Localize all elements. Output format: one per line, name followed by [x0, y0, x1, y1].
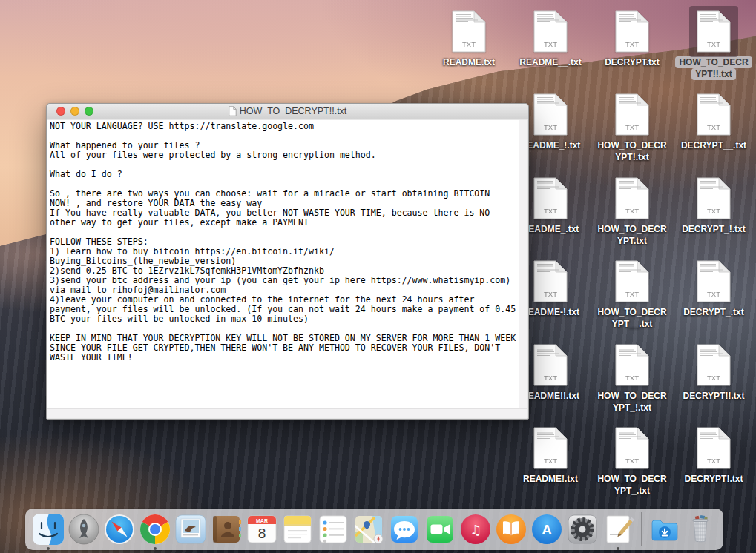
- dock-trash[interactable]: [684, 513, 717, 546]
- txt-file-icon: TXT: [533, 427, 568, 469]
- txt-file-icon: TXT: [697, 177, 731, 219]
- svg-text:TXT: TXT: [544, 207, 557, 215]
- dock-calendar[interactable]: MAR 8: [246, 513, 278, 546]
- txt-file-icon: TXT: [615, 177, 649, 219]
- desktop-file-how-to-decrypt-txt[interactable]: TXT HOW_TO_DECRYPT_.txt: [594, 427, 671, 497]
- window-titlebar[interactable]: HOW_TO_DECRYPT!!.txt: [47, 104, 528, 119]
- txt-file-icon: TXT: [697, 10, 731, 53]
- facetime-icon: [424, 513, 456, 546]
- desktop-file-readme-txt[interactable]: TXT README!.txt: [512, 427, 589, 485]
- running-indicator: [154, 547, 157, 550]
- dock-chrome[interactable]: [139, 513, 171, 546]
- dock-ibooks[interactable]: [495, 513, 527, 546]
- dock-mail[interactable]: [174, 513, 207, 546]
- svg-text:TXT: TXT: [544, 40, 557, 48]
- file-label: DECRYPT__.txt: [681, 139, 746, 151]
- svg-text:TXT: TXT: [707, 290, 720, 298]
- file-label: HOW_TO_DECRYPT_!.txt: [597, 390, 666, 414]
- svg-text:♫: ♫: [470, 522, 481, 537]
- svg-text:8: 8: [258, 526, 266, 541]
- dock-launchpad[interactable]: [68, 513, 100, 546]
- dock-finder[interactable]: [32, 513, 65, 546]
- dock-maps[interactable]: [352, 513, 385, 546]
- dock-reminders[interactable]: [317, 513, 349, 546]
- document-icon: [229, 106, 237, 116]
- svg-text:TXT: TXT: [707, 374, 720, 382]
- maps-icon: [352, 513, 385, 546]
- svg-text:TXT: TXT: [625, 207, 639, 215]
- file-label: README__.txt: [519, 56, 581, 68]
- txt-file-icon: TXT: [533, 10, 568, 53]
- txt-file-icon: TXT: [697, 260, 731, 302]
- desktop-file-how-to-decrypt-txt[interactable]: TXT HOW_TO_DECRYPT.txt: [594, 177, 671, 247]
- dock-itunes[interactable]: ♫: [459, 513, 492, 546]
- dock-contacts[interactable]: [210, 513, 243, 546]
- text-content-area[interactable]: NOT YOUR LANGUAGE? USE https://translate…: [47, 120, 520, 409]
- maximize-button[interactable]: [85, 107, 93, 116]
- ibooks-icon: [495, 513, 527, 546]
- desktop-file-how-to-decrypt-txt[interactable]: TXT HOW_TO_DECRYPT_!.txt: [594, 344, 671, 414]
- desktop-file-decrypt-txt[interactable]: TXT DECRYPT__.txt: [675, 93, 752, 151]
- launchpad-icon: [68, 513, 100, 546]
- downloads-icon: [648, 513, 681, 546]
- desktop-file-decrypt-txt[interactable]: TXT DECRYPT!!.txt: [675, 344, 752, 402]
- dock-system-preferences[interactable]: [566, 513, 599, 546]
- reminders-icon: [317, 513, 349, 546]
- running-indicator: [47, 547, 50, 550]
- dock-messages[interactable]: [388, 513, 421, 546]
- txt-file-icon: TXT: [697, 93, 731, 136]
- dock-facetime[interactable]: [424, 513, 456, 546]
- file-label: DECRYPT_.txt: [683, 306, 744, 318]
- file-label: HOW_TO_DECRYPT!.txt: [597, 139, 666, 163]
- file-label: HOW_TO_DECRYPT!!.txt: [675, 56, 752, 80]
- window-title-group: HOW_TO_DECRYPT!!.txt: [229, 106, 347, 116]
- desktop-file-decrypt-txt[interactable]: TXT DECRYPT!.txt: [675, 427, 752, 485]
- svg-text:TXT: TXT: [544, 374, 557, 382]
- appstore-icon: A: [530, 513, 563, 546]
- trash-icon: [684, 513, 717, 546]
- txt-file-icon: TXT: [533, 344, 568, 386]
- traffic-lights: [56, 107, 93, 116]
- desktop-file-decrypt-txt[interactable]: TXT DECRYPT.txt: [594, 10, 671, 68]
- svg-text:TXT: TXT: [707, 123, 720, 131]
- desktop-file-readme-txt[interactable]: TXT README__.txt: [512, 10, 589, 68]
- file-label: HOW_TO_DECRYPT.txt: [597, 223, 666, 247]
- svg-text:TXT: TXT: [707, 207, 720, 215]
- txt-file-icon: TXT: [533, 260, 568, 302]
- txt-file-icon: TXT: [615, 427, 649, 469]
- desktop-file-how-to-decrypt-txt[interactable]: TXT HOW_TO_DECRYPT!!.txt: [675, 10, 752, 80]
- file-label: DECRYPT!!.txt: [683, 390, 745, 402]
- file-label: README-!.txt: [522, 306, 579, 318]
- messages-icon: [388, 513, 421, 546]
- dock-appstore[interactable]: A: [530, 513, 563, 546]
- txt-file-icon: TXT: [533, 177, 568, 219]
- close-button[interactable]: [56, 107, 65, 116]
- text-caret: [50, 122, 50, 130]
- dock-notes[interactable]: [281, 513, 314, 546]
- textedit-window: HOW_TO_DECRYPT!!.txt NOT YOUR LANGUAGE? …: [46, 103, 529, 420]
- minimize-button[interactable]: [70, 107, 79, 116]
- desktop-file-readme-txt[interactable]: TXT README.txt: [430, 10, 507, 68]
- vertical-scrollbar-track[interactable]: [519, 120, 527, 409]
- ransom-note-text: NOT YOUR LANGUAGE? USE https://translate…: [47, 120, 520, 362]
- txt-file-icon: TXT: [615, 344, 649, 386]
- svg-text:TXT: TXT: [544, 123, 557, 131]
- desktop-file-decrypt-txt[interactable]: TXT DECRYPT_!.txt: [675, 177, 752, 235]
- calendar-icon: MAR 8: [246, 513, 278, 546]
- txt-file-icon: TXT: [452, 10, 486, 53]
- desktop-file-how-to-decrypt-txt[interactable]: TXT HOW_TO_DECRYPT!.txt: [594, 93, 671, 163]
- desktop-file-how-to-decrypt-txt[interactable]: TXT HOW_TO_DECRYPT__.txt: [594, 260, 671, 330]
- txt-file-icon: TXT: [615, 93, 649, 136]
- system-preferences-icon: [566, 513, 599, 546]
- horizontal-scrollbar-track[interactable]: [47, 408, 527, 418]
- file-label: README.txt: [443, 56, 495, 68]
- dock-downloads[interactable]: [648, 513, 681, 546]
- safari-icon: [103, 513, 136, 546]
- textedit-icon: [602, 513, 634, 546]
- dock-safari[interactable]: [103, 513, 136, 546]
- desktop-file-decrypt-txt[interactable]: TXT DECRYPT_.txt: [675, 260, 752, 318]
- dock-textedit[interactable]: [602, 513, 634, 546]
- svg-text:TXT: TXT: [625, 123, 639, 131]
- svg-text:TXT: TXT: [544, 290, 557, 298]
- file-label: README!!.txt: [522, 390, 579, 402]
